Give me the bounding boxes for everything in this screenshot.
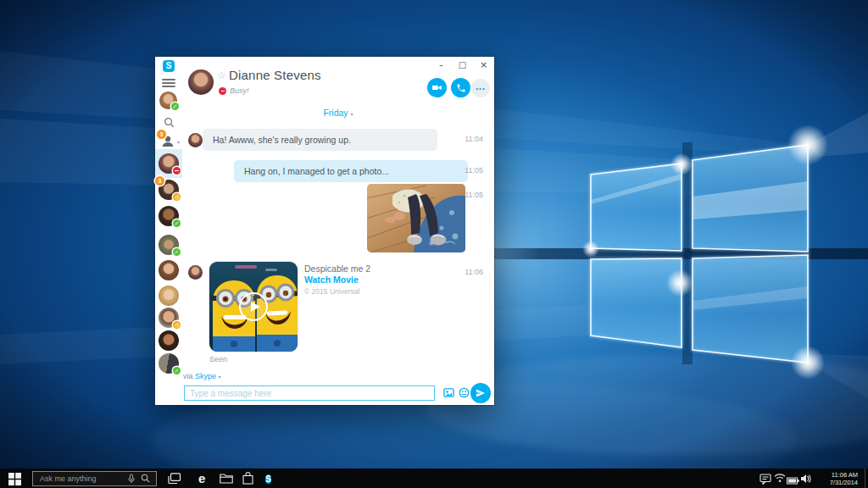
video-title: Despicable me 2: [304, 263, 370, 274]
skype-sidebar: S ✓ 3 ▾ 3 ✓ ✓: [155, 57, 182, 405]
read-receipt: Seen: [209, 355, 227, 363]
browser-e-icon[interactable]: e: [198, 472, 205, 485]
video-copyright: © 2015 Universal: [304, 287, 359, 296]
more-options-button[interactable]: •••: [471, 79, 490, 97]
video-message-thumbnail[interactable]: [209, 262, 298, 352]
contact-avatar[interactable]: [159, 308, 179, 328]
online-status-icon: ✓: [171, 103, 179, 110]
unread-count-badge: 3: [155, 176, 164, 186]
message-time: 11:05: [465, 166, 483, 175]
chevron-down-icon: ▾: [219, 374, 221, 380]
outgoing-message-bubble: Hang on, I managed to get a photo...: [234, 160, 468, 182]
watch-movie-link[interactable]: Watch Movie: [304, 274, 359, 285]
battery-icon[interactable]: [787, 474, 799, 482]
contact-avatar[interactable]: ✓: [159, 235, 179, 255]
taskbar-clock[interactable]: 11:06 AM 7/31/2014: [830, 471, 858, 486]
online-status-icon: ✓: [173, 367, 181, 374]
message-time: 11:05: [465, 191, 483, 199]
message-avatar[interactable]: [188, 133, 203, 147]
online-status-icon: ✓: [173, 248, 181, 256]
contact-avatar[interactable]: ✓: [159, 206, 179, 226]
message-text: Ha! Awww, she's really growing up.: [213, 135, 351, 145]
maximize-button[interactable]: □: [452, 58, 473, 71]
skype-logo-icon: S: [163, 60, 175, 72]
contact-name: Dianne Stevens: [229, 68, 321, 82]
self-avatar[interactable]: ✓: [159, 92, 177, 109]
away-status-icon: [173, 193, 181, 201]
play-button-icon[interactable]: [239, 292, 268, 321]
send-photo-icon[interactable]: [443, 387, 454, 401]
desktop: – □ × S ✓ 3 ▾ 3: [0, 0, 868, 488]
message-avatar[interactable]: [188, 265, 203, 280]
search-placeholder: Ask me anything: [40, 474, 127, 483]
unread-count-badge: 3: [157, 130, 166, 139]
via-service-label[interactable]: via Skype ▾: [183, 372, 221, 380]
contact-avatar[interactable]: [159, 330, 179, 351]
clock-time: 11:06 AM: [830, 471, 858, 479]
service-link: Skype: [195, 372, 216, 380]
paper-plane-icon: [476, 388, 486, 398]
date-divider[interactable]: Friday ▾: [182, 108, 494, 118]
favorite-star-icon[interactable]: ☆: [217, 69, 226, 81]
action-center-icon[interactable]: [760, 474, 771, 485]
task-view-icon[interactable]: [168, 473, 181, 484]
search-icon[interactable]: [141, 474, 150, 483]
voice-call-button[interactable]: [451, 78, 470, 97]
contact-avatar-dianne[interactable]: [159, 153, 179, 174]
contact-avatar[interactable]: [159, 286, 179, 306]
contact-mood: Busy!: [230, 86, 249, 95]
video-call-button[interactable]: [427, 78, 447, 97]
contact-avatar[interactable]: 3: [159, 180, 179, 200]
close-button[interactable]: ×: [473, 58, 494, 71]
clock-date: 7/31/2014: [830, 479, 858, 486]
busy-status-icon: [219, 87, 226, 95]
message-time: 11:06: [465, 268, 483, 276]
menu-hamburger-icon[interactable]: [162, 79, 175, 89]
file-explorer-icon[interactable]: [220, 474, 233, 484]
online-status-icon: ✓: [173, 219, 181, 227]
minimize-button[interactable]: –: [431, 58, 452, 71]
dnd-status-icon: [173, 167, 181, 175]
skype-window: – □ × S ✓ 3 ▾ 3: [155, 57, 494, 405]
chevron-down-icon: ▾: [177, 140, 180, 145]
contact-avatar[interactable]: [159, 260, 179, 280]
message-input[interactable]: [184, 385, 435, 401]
incoming-message-bubble: Ha! Awww, she's really growing up.: [203, 129, 437, 151]
message-text: Hang on, I managed to get a photo...: [244, 166, 389, 176]
recents-contacts-icon[interactable]: 3 ▾: [160, 133, 181, 149]
message-time: 11:04: [465, 135, 483, 143]
start-button[interactable]: [8, 473, 21, 485]
send-button[interactable]: [470, 383, 491, 403]
chevron-down-icon: ▾: [351, 112, 353, 117]
photo-message[interactable]: [367, 184, 465, 252]
search-icon[interactable]: [163, 117, 175, 129]
cortana-search-box[interactable]: Ask me anything: [32, 471, 157, 486]
show-desktop-button[interactable]: [865, 469, 868, 488]
store-icon[interactable]: [242, 472, 253, 485]
window-controls: – □ ×: [431, 58, 494, 72]
header-avatar[interactable]: [188, 69, 214, 95]
away-status-icon: [173, 321, 181, 329]
volume-icon[interactable]: [800, 474, 811, 484]
taskbar: Ask me anything e S 11:06 AM: [0, 469, 868, 488]
skype-taskbar-icon[interactable]: S: [262, 472, 275, 485]
contact-avatar[interactable]: ✓: [159, 353, 179, 374]
wifi-icon[interactable]: [774, 473, 786, 483]
emoticon-icon[interactable]: [459, 387, 470, 401]
toddler-photo: [367, 184, 465, 252]
microphone-icon[interactable]: [127, 474, 136, 484]
